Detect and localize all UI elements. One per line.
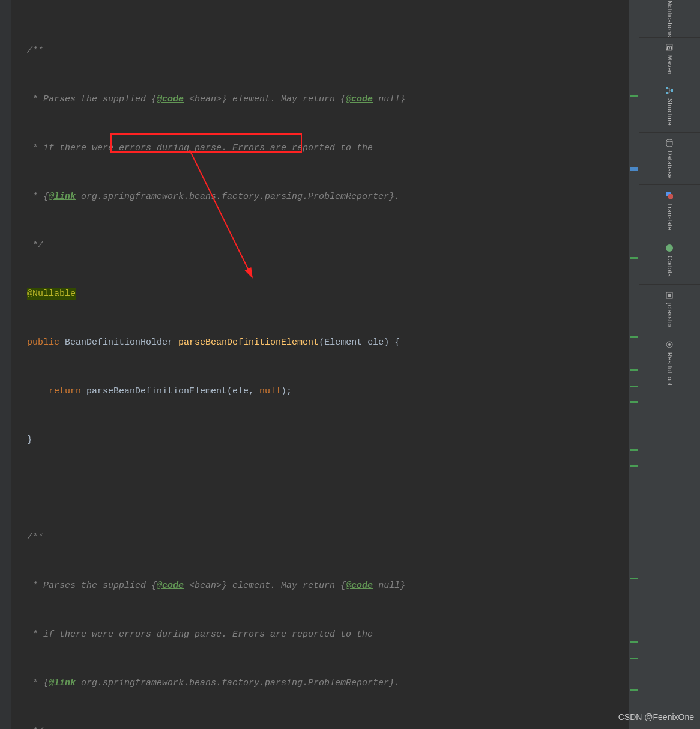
jclasslib-icon bbox=[665, 291, 674, 300]
svg-rect-3 bbox=[666, 92, 668, 94]
code-area[interactable]: /** * Parses the supplied {@code <bean>}… bbox=[11, 0, 629, 729]
code-line: * Parses the supplied {@code <bean>} ele… bbox=[27, 578, 629, 594]
blank-line bbox=[27, 480, 629, 497]
code-line: /** bbox=[27, 529, 629, 545]
svg-rect-2 bbox=[666, 87, 668, 89]
svg-rect-7 bbox=[668, 194, 673, 199]
database-icon bbox=[665, 139, 674, 147]
code-line: * if there were errors during parse. Err… bbox=[27, 626, 629, 643]
svg-point-5 bbox=[666, 139, 672, 142]
svg-point-12 bbox=[668, 343, 671, 346]
annotation-highlight-box bbox=[110, 133, 302, 153]
svg-point-8 bbox=[666, 244, 673, 252]
watermark: CSDN @FeenixOne bbox=[618, 709, 694, 725]
code-line: return parseBeanDefinitionElement(ele, n… bbox=[27, 383, 629, 399]
structure-icon bbox=[665, 86, 674, 95]
code-line: @Nullable bbox=[27, 286, 629, 302]
code-editor[interactable]: /** * Parses the supplied {@code <bean>}… bbox=[0, 0, 629, 729]
tool-restful[interactable]: RestfulTool bbox=[639, 334, 700, 392]
code-line: * {@link org.springframework.beans.facto… bbox=[27, 675, 629, 691]
code-line: */ bbox=[27, 237, 629, 253]
code-line: * Parses the supplied {@code <bean>} ele… bbox=[27, 91, 629, 107]
maven-icon: m bbox=[665, 43, 674, 52]
tool-jclasslib[interactable]: jclasslib bbox=[639, 285, 700, 334]
tool-database[interactable]: Database bbox=[639, 133, 700, 185]
svg-text:m: m bbox=[666, 44, 672, 51]
translate-icon bbox=[665, 191, 674, 199]
svg-rect-10 bbox=[668, 294, 671, 297]
tool-structure[interactable]: Structure bbox=[639, 80, 700, 133]
tool-window-stripe: Notifications mMaven Structure Database … bbox=[639, 0, 700, 392]
code-line: * {@link org.springframework.beans.facto… bbox=[27, 189, 629, 205]
tool-maven[interactable]: mMaven bbox=[639, 38, 700, 80]
tool-translate[interactable]: Translate bbox=[639, 185, 700, 237]
code-line: /** bbox=[27, 43, 629, 59]
gutter bbox=[0, 0, 11, 729]
right-sidebar: Notifications mMaven Structure Database … bbox=[629, 0, 700, 729]
tool-notifications[interactable]: Notifications bbox=[639, 0, 700, 38]
code-line: public BeanDefinitionHolder parseBeanDef… bbox=[27, 334, 629, 351]
restful-icon bbox=[665, 340, 674, 349]
svg-rect-4 bbox=[671, 89, 673, 92]
scrollbar[interactable] bbox=[629, 0, 639, 729]
codota-icon bbox=[665, 244, 674, 252]
code-line: */ bbox=[27, 724, 629, 729]
tool-codota[interactable]: Codota bbox=[639, 237, 700, 285]
code-line: } bbox=[27, 432, 629, 448]
